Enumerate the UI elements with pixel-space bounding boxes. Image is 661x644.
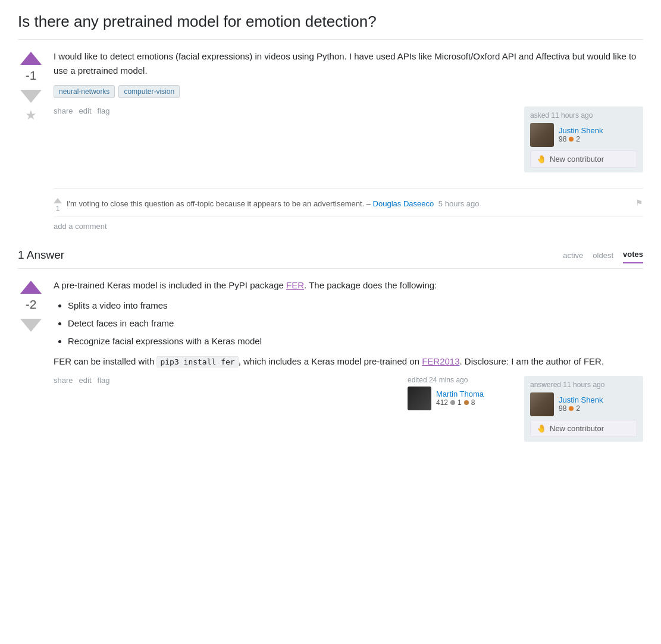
question-user-info: Justin Shenk 98 2 xyxy=(530,123,637,147)
answer-editor-rep: 412 1 8 xyxy=(436,398,484,407)
comment-flag-icon[interactable]: ⚑ xyxy=(635,198,643,208)
tag-computer-vision[interactable]: computer-vision xyxy=(118,85,180,98)
answer-vote-up-button[interactable] xyxy=(20,281,42,294)
answer-editor-rep-badge1: 1 xyxy=(458,398,462,407)
answer-editor-info: Martin Thoma 412 1 8 xyxy=(408,387,515,410)
question-user-details: Justin Shenk 98 2 xyxy=(559,126,603,143)
answer-vote-count: -2 xyxy=(26,297,37,312)
tag-neural-networks[interactable]: neural-networks xyxy=(54,85,115,98)
fer2013-link[interactable]: FER2013 xyxy=(422,356,459,366)
question-user-name-link[interactable]: Justin Shenk xyxy=(559,126,603,135)
answers-header: 1 Answer active oldest votes xyxy=(18,247,643,269)
add-comment-link[interactable]: add a comment xyxy=(54,217,643,235)
answer-after-link-text: . The package does the following: xyxy=(304,280,437,290)
answers-count: 1 Answer xyxy=(18,249,64,262)
answer-bullet-3: Recognize facial expressions with a Kera… xyxy=(68,334,643,348)
answer-bullet-1: Splits a video into frames xyxy=(68,299,643,313)
comment-vote-count: 1 xyxy=(54,205,62,213)
answer-editor-rep-dot-bronze xyxy=(464,400,469,405)
comment-body: I'm voting to close this question as off… xyxy=(67,199,371,208)
answer-answered-meta: answered 11 hours ago xyxy=(530,381,637,389)
answer-intro-paragraph: A pre-trained Keras model is included in… xyxy=(54,278,643,293)
answer-wave-icon: 🤚 xyxy=(537,424,546,433)
answer-bullet-2: Detect faces in each frame xyxy=(68,316,643,331)
comment-vote-up-icon[interactable] xyxy=(54,198,62,203)
comment-item: 1 I'm voting to close this question as o… xyxy=(54,194,643,217)
question-new-contributor-badge: 🤚 New contributor xyxy=(530,150,637,168)
answer-edited-meta: edited 24 mins ago xyxy=(408,376,515,384)
answer-content: A pre-trained Keras model is included in… xyxy=(54,278,643,442)
answer-user-rep: 98 2 xyxy=(559,404,603,413)
question-post: -1 ★ I would like to detect emotions (fa… xyxy=(18,49,643,178)
answer-editor-rep-badge2: 8 xyxy=(471,398,475,407)
answer-install-code: pip3 install fer xyxy=(156,356,238,367)
title-divider xyxy=(18,39,643,40)
answer-install-paragraph: FER can be installed with pip3 install f… xyxy=(54,354,643,369)
answer-share-link[interactable]: share xyxy=(54,376,73,385)
question-share-link[interactable]: share xyxy=(54,106,73,115)
fer-link[interactable]: FER xyxy=(286,280,304,290)
question-asked-meta: asked 11 hours ago xyxy=(530,111,637,120)
answer-rep-dot-bronze xyxy=(569,406,574,411)
question-tags: neural-networks computer-vision xyxy=(54,85,643,98)
answer-editor-details: Martin Thoma 412 1 8 xyxy=(436,389,484,407)
answer-vote-down-button[interactable] xyxy=(20,319,42,332)
sort-tab-oldest[interactable]: oldest xyxy=(593,249,613,262)
answer-user-card: answered 11 hours ago Justin Shenk 98 2 xyxy=(524,376,643,442)
answer-user-info: Justin Shenk 98 2 xyxy=(530,392,637,416)
comment-vote-cell: 1 xyxy=(54,198,62,213)
answer-sort-tabs: active oldest votes xyxy=(563,247,643,263)
question-rep-badge1: 2 xyxy=(576,135,580,143)
answer-user-name-link[interactable]: Justin Shenk xyxy=(559,395,603,404)
comment-text: I'm voting to close this question as off… xyxy=(67,198,631,210)
question-content: I would like to detect emotions (facial … xyxy=(54,49,643,178)
sort-tab-active[interactable]: active xyxy=(563,249,583,262)
answer-new-contributor-badge: 🤚 New contributor xyxy=(530,420,637,437)
question-comments: 1 I'm voting to close this question as o… xyxy=(54,188,643,235)
answer-meta-row: share edit flag edited 24 mins ago Marti… xyxy=(54,376,643,442)
question-flag-link[interactable]: flag xyxy=(98,106,110,115)
question-edit-link[interactable]: edit xyxy=(79,106,92,115)
question-body: I would like to detect emotions (facial … xyxy=(54,49,643,78)
answer-install-mid: , which includes a Keras model pre-train… xyxy=(239,356,422,366)
answer-install-pre: FER can be installed with xyxy=(54,356,156,366)
wave-icon: 🤚 xyxy=(537,155,546,164)
answer-actions: share edit flag xyxy=(54,376,109,385)
question-actions: share edit flag xyxy=(54,106,109,115)
page-title: Is there any pretrained model for emotio… xyxy=(18,12,643,32)
sort-tab-votes[interactable]: votes xyxy=(623,247,643,263)
question-user-rep: 98 2 xyxy=(559,135,603,143)
question-vote-down-button[interactable] xyxy=(20,90,42,103)
answer-rep-score: 98 xyxy=(559,404,566,413)
question-bookmark-button[interactable]: ★ xyxy=(25,108,37,123)
answer-intro-text: A pre-trained Keras model is included in… xyxy=(54,280,286,290)
answer-flag-link[interactable]: flag xyxy=(98,376,110,385)
answer-editor-rep-score: 412 xyxy=(436,398,448,407)
comment-time: 5 hours ago xyxy=(438,199,480,208)
answer-editor-name-link[interactable]: Martin Thoma xyxy=(436,389,484,398)
answer-edit-card: edited 24 mins ago Martin Thoma 412 1 8 xyxy=(408,376,515,410)
answer-bullets-list: Splits a video into frames Detect faces … xyxy=(68,299,643,348)
answer-install-post: . Disclosure: I am the author of FER. xyxy=(460,356,604,366)
answer-user-avatar xyxy=(530,392,554,416)
question-vote-up-button[interactable] xyxy=(20,52,42,65)
answer-editor-rep-dot-silver xyxy=(450,400,455,405)
answer-new-contributor-text: New contributor xyxy=(550,424,604,433)
answer-editor-avatar xyxy=(408,387,431,410)
answer-rep-badge1: 2 xyxy=(576,404,580,413)
question-rep-dot-bronze xyxy=(569,137,574,142)
question-user-avatar xyxy=(530,123,554,147)
answer-user-details: Justin Shenk 98 2 xyxy=(559,395,603,413)
question-vote-cell: -1 ★ xyxy=(18,49,44,178)
question-rep-score: 98 xyxy=(559,135,566,143)
answer-post: -2 A pre-trained Keras model is included… xyxy=(18,278,643,442)
question-new-contributor-text: New contributor xyxy=(550,155,604,164)
answer-edit-link[interactable]: edit xyxy=(79,376,92,385)
answer-vote-cell: -2 xyxy=(18,278,44,442)
question-user-card: asked 11 hours ago Justin Shenk 98 2 xyxy=(524,106,643,172)
question-meta-row: share edit flag asked 11 hours ago Justi… xyxy=(54,106,643,172)
comment-author-link[interactable]: Douglas Daseeco xyxy=(373,199,434,208)
answer-body: A pre-trained Keras model is included in… xyxy=(54,278,643,369)
question-vote-count: -1 xyxy=(26,68,37,83)
